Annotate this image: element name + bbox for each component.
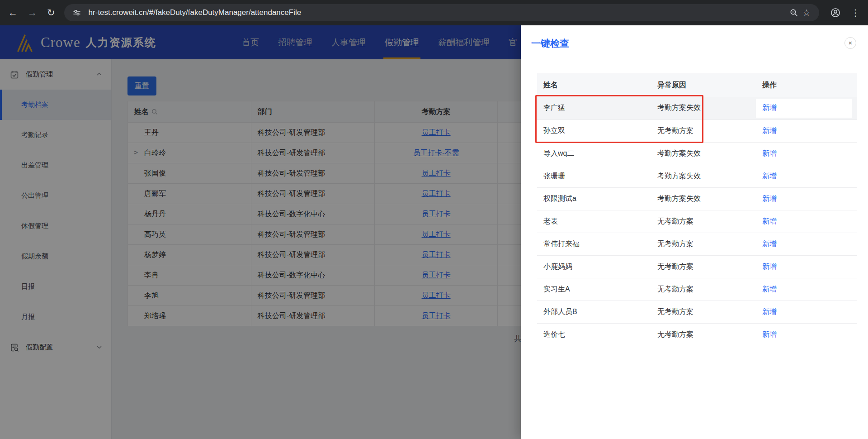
- abnormal-reason: 考勤方案失效: [651, 187, 756, 210]
- add-button[interactable]: 新增: [762, 262, 777, 270]
- check-result-row: 实习生A 无考勤方案 新增: [537, 278, 857, 301]
- employee-name: 外部人员B: [537, 301, 651, 323]
- employee-name: 老表: [537, 210, 651, 233]
- check-result-row: 张珊珊 考勤方案失效 新增: [537, 165, 857, 187]
- add-button[interactable]: 新增: [762, 104, 777, 111]
- address-bar[interactable]: hr-test.croweit.cn/#/fakeDuty/fakeDutyMa…: [64, 4, 819, 21]
- abnormal-reason: 考勤方案失效: [651, 97, 756, 119]
- abnormal-reason: 无考勤方案: [651, 278, 756, 301]
- employee-name: 小鹿妈妈: [537, 255, 651, 278]
- column-reason: 异常原因: [651, 73, 756, 97]
- check-result-row: 外部人员B 无考勤方案 新增: [537, 301, 857, 323]
- column-action: 操作: [756, 73, 857, 97]
- abnormal-reason: 考勤方案失效: [651, 142, 756, 165]
- abnormal-reason: 无考勤方案: [651, 301, 756, 323]
- employee-name: 张珊珊: [537, 165, 651, 187]
- add-button[interactable]: 新增: [762, 172, 777, 180]
- employee-name: 造价七: [537, 323, 651, 346]
- check-result-row: 小鹿妈妈 无考勤方案 新增: [537, 255, 857, 278]
- browser-toolbar: ← → ↻ hr-test.croweit.cn/#/fakeDuty/fake…: [0, 0, 868, 25]
- add-button[interactable]: 新增: [762, 240, 777, 248]
- one-click-check-drawer: 一键检查 × 姓名 异常原因 操作 李广猛 考勤方案失效 新增 孙立双 无考勤方…: [521, 25, 868, 439]
- check-result-row: 导入wq二 考勤方案失效 新增: [537, 142, 857, 165]
- add-button[interactable]: 新增: [762, 127, 777, 134]
- add-button[interactable]: 新增: [762, 195, 777, 202]
- employee-name: 权限测试a: [537, 187, 651, 210]
- check-result-row: 李广猛 考勤方案失效 新增: [537, 97, 857, 119]
- add-button[interactable]: 新增: [762, 308, 777, 315]
- add-button[interactable]: 新增: [762, 217, 777, 225]
- check-result-table: 姓名 异常原因 操作 李广猛 考勤方案失效 新增 孙立双 无考勤方案 新增 导入…: [537, 73, 857, 346]
- browser-back-icon[interactable]: ←: [8, 7, 18, 18]
- drawer-divider: [521, 59, 868, 59]
- employee-name: 孙立双: [537, 119, 651, 142]
- browser-menu-icon[interactable]: ⋮: [851, 7, 860, 18]
- check-result-row: 权限测试a 考勤方案失效 新增: [537, 187, 857, 210]
- employee-name: 常伟打来福: [537, 233, 651, 255]
- check-result-row: 孙立双 无考勤方案 新增: [537, 119, 857, 142]
- abnormal-reason: 考勤方案失效: [651, 165, 756, 187]
- zoom-out-icon[interactable]: [788, 6, 800, 19]
- site-settings-icon[interactable]: [71, 6, 83, 19]
- employee-name: 实习生A: [537, 278, 651, 301]
- check-result-row: 造价七 无考勤方案 新增: [537, 323, 857, 346]
- abnormal-reason: 无考勤方案: [651, 233, 756, 255]
- abnormal-reason: 无考勤方案: [651, 119, 756, 142]
- browser-forward-icon[interactable]: →: [28, 7, 37, 18]
- profile-icon[interactable]: [829, 6, 842, 19]
- add-button[interactable]: 新增: [762, 149, 777, 157]
- check-result-row: 常伟打来福 无考勤方案 新增: [537, 233, 857, 255]
- drawer-title: 一键检查: [531, 37, 569, 50]
- abnormal-reason: 无考勤方案: [651, 323, 756, 346]
- check-result-row: 老表 无考勤方案 新增: [537, 210, 857, 233]
- employee-name: 李广猛: [537, 97, 651, 119]
- add-button[interactable]: 新增: [762, 330, 777, 338]
- column-name: 姓名: [537, 73, 651, 97]
- url-text[interactable]: hr-test.croweit.cn/#/fakeDuty/fakeDutyMa…: [89, 8, 788, 17]
- table-header-row: 姓名 异常原因 操作: [537, 73, 857, 97]
- bookmark-star-icon[interactable]: ☆: [800, 6, 813, 19]
- browser-reload-icon[interactable]: ↻: [47, 7, 55, 18]
- close-icon[interactable]: ×: [844, 37, 856, 49]
- add-button[interactable]: 新增: [762, 285, 777, 293]
- abnormal-reason: 无考勤方案: [651, 255, 756, 278]
- employee-name: 导入wq二: [537, 142, 651, 165]
- abnormal-reason: 无考勤方案: [651, 210, 756, 233]
